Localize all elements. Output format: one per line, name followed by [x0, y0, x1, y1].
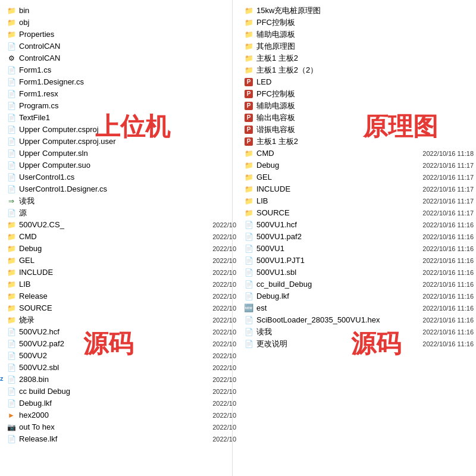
folder-icon: 📁: [6, 18, 17, 27]
list-item[interactable]: 📄 500VU1.paf2 2022/10/16 11:16: [243, 231, 474, 243]
list-item[interactable]: 📁 烧录 2022/10: [6, 314, 236, 326]
list-item[interactable]: 📄 cc build Debug 2022/10: [6, 386, 236, 397]
list-item[interactable]: 📁 INCLUDE 2022/10: [6, 267, 236, 278]
list-item[interactable]: 📁 主板1 主板2（2）: [243, 64, 474, 76]
file-date: 2022/10/16 11:16: [422, 290, 474, 302]
file-name: SOURCE: [19, 302, 208, 314]
list-item[interactable]: 📁 SOURCE 2022/10: [6, 302, 236, 314]
list-item[interactable]: 📁 Debug 2022/10: [6, 243, 236, 255]
list-item[interactable]: 📁 GEL 2022/10: [6, 255, 236, 267]
list-item[interactable]: 📁 SOURCE 2022/10/16 11:17: [243, 207, 474, 219]
list-item[interactable]: 📄 500VU1.hcf 2022/10/16 11:16: [243, 219, 474, 231]
file-icon: 📄: [243, 327, 254, 337]
watermark-right-bottom: 源码: [351, 327, 401, 361]
list-item[interactable]: 📄 500VU1.sbl 2022/10/16 11:16: [243, 267, 474, 278]
list-item[interactable]: ► hex2000 2022/10: [6, 409, 236, 421]
list-item[interactable]: 📁 PFC控制板: [243, 17, 474, 29]
list-item[interactable]: 📄 Form1.Designer.cs: [6, 76, 236, 88]
list-item[interactable]: 📷 out To hex 2022/10: [6, 421, 236, 433]
list-item[interactable]: 📄 ControlCAN: [6, 40, 236, 52]
list-item[interactable]: 📄 Form1.resx: [6, 88, 236, 100]
list-item[interactable]: 📁 Release 2022/10: [6, 290, 236, 302]
ppt-icon: P: [243, 77, 254, 87]
file-icon: 📄: [243, 339, 254, 349]
file-name: ControlCAN: [19, 52, 236, 64]
list-item[interactable]: 📁 Debug 2022/10/16 11:17: [243, 159, 474, 171]
list-item[interactable]: 📄 500VU1.PJT1 2022/10/16 11:16: [243, 255, 474, 267]
list-item[interactable]: P LED: [243, 76, 474, 88]
list-item[interactable]: 📁 CMD 2022/10/16 11:18: [243, 148, 474, 159]
list-item[interactable]: 📄 UserControl1.Designer.cs: [6, 183, 236, 195]
file-date: 2022/10: [212, 231, 236, 243]
list-item[interactable]: 📁 辅助电源板: [243, 29, 474, 40]
list-item[interactable]: 📄 Upper Computer.suo: [6, 159, 236, 171]
list-item[interactable]: 📁 CMD 2022/10: [6, 231, 236, 243]
file-date: 2022/10: [212, 350, 236, 362]
file-icon: 📄: [6, 173, 17, 182]
file-name: 烧录: [19, 314, 208, 326]
list-item[interactable]: 📄 Debug.lkf 2022/10: [6, 397, 236, 409]
list-item[interactable]: P 输出电容板: [243, 112, 474, 124]
file-name: UserControl1.cs: [19, 171, 236, 183]
list-item[interactable]: ⚙ ControlCAN: [6, 52, 236, 64]
list-item[interactable]: 📁 其他原理图: [243, 40, 474, 52]
folder-icon: 📁: [6, 315, 17, 325]
list-item[interactable]: ⇒ 读我: [6, 195, 236, 207]
file-name: 主板1 主板2: [256, 52, 474, 64]
list-item[interactable]: 📄 SciBootLoader_28035_500VU1.hex 2022/10…: [243, 314, 474, 326]
list-item[interactable]: 📄 源: [6, 207, 236, 219]
list-item[interactable]: 📁 INCLUDE 2022/10/16 11:17: [243, 183, 474, 195]
file-name: SOURCE: [256, 207, 418, 219]
folder-icon: 📁: [6, 6, 17, 15]
list-item[interactable]: P PFC控制板: [243, 88, 474, 100]
file-name: SciBootLoader_28035_500VU1.hex: [256, 314, 418, 326]
file-name: hex2000: [19, 409, 208, 421]
list-item[interactable]: 📄 cc_build_Debug 2022/10/16 11:16: [243, 278, 474, 290]
list-item[interactable]: 📄 Upper Computer.sln: [6, 148, 236, 159]
file-name: INCLUDE: [19, 267, 208, 278]
list-item[interactable]: 📁 obj: [6, 17, 236, 29]
list-item[interactable]: 📄 Debug.lkf 2022/10/16 11:16: [243, 290, 474, 302]
file-date: 2022/10/16 11:16: [422, 219, 474, 231]
file-name: bin: [19, 5, 236, 17]
file-icon: 📄: [243, 268, 254, 277]
file-icon: 📄: [6, 375, 17, 384]
list-item[interactable]: 📄 Release.lkf 2022/10: [6, 433, 236, 445]
file-icon: 📄: [6, 42, 17, 51]
list-item[interactable]: 📄 UserControl1.cs: [6, 171, 236, 183]
list-item[interactable]: 📁 LIB 2022/10: [6, 278, 236, 290]
file-icon: 📄: [6, 339, 17, 349]
file-date: 2022/10/16 11:17: [422, 207, 474, 219]
file-date: 2022/10: [212, 433, 236, 445]
file-name: Upper Computer.suo: [19, 159, 236, 171]
list-item[interactable]: 📄 500VU2.sbl 2022/10: [6, 362, 236, 374]
file-date: 2022/10: [212, 362, 236, 374]
list-item[interactable]: 📁 GEL 2022/10/16 11:17: [243, 171, 474, 183]
list-item[interactable]: P 主板1 主板2: [243, 136, 474, 148]
file-date: 2022/10/16 11:17: [422, 195, 474, 207]
folder-icon: 📁: [6, 280, 17, 289]
file-name: ControlCAN: [19, 40, 236, 52]
folder-icon: 📁: [243, 208, 254, 218]
right-column: 📁 15kw充电桩原理图 📁 PFC控制板 📁 辅助电源板 📁 其他原理图 📁 …: [239, 0, 476, 476]
list-item[interactable]: 📁 500VU2.CS_ 2022/10: [6, 219, 236, 231]
list-item[interactable]: 📄 Form1.cs: [6, 64, 236, 76]
file-icon: 📄: [6, 149, 17, 158]
list-item[interactable]: 📄 2808.bin 2022/10: [6, 374, 236, 386]
file-date: 2022/10: [212, 278, 236, 290]
file-icon: 📄: [243, 256, 254, 265]
file-date: 2022/10: [212, 386, 236, 397]
list-item[interactable]: 📁 bin: [6, 5, 236, 17]
folder-icon: 📁: [6, 232, 17, 242]
file-name: 500VU1: [256, 243, 418, 255]
list-item[interactable]: P 辅助电源板: [243, 100, 474, 112]
list-item[interactable]: 🆕 est 2022/10/16 11:16: [243, 302, 474, 314]
list-item[interactable]: 📁 LIB 2022/10/16 11:17: [243, 195, 474, 207]
list-item[interactable]: 📁 15kw充电桩原理图: [243, 5, 474, 17]
file-name: 500VU1.paf2: [256, 231, 418, 243]
file-icon: 📄: [243, 220, 254, 230]
list-item[interactable]: P 谐振电容板: [243, 124, 474, 136]
list-item[interactable]: 📁 主板1 主板2: [243, 52, 474, 64]
list-item[interactable]: 📄 500VU1 2022/10/16 11:16: [243, 243, 474, 255]
list-item[interactable]: 📁 Properties: [6, 29, 236, 40]
